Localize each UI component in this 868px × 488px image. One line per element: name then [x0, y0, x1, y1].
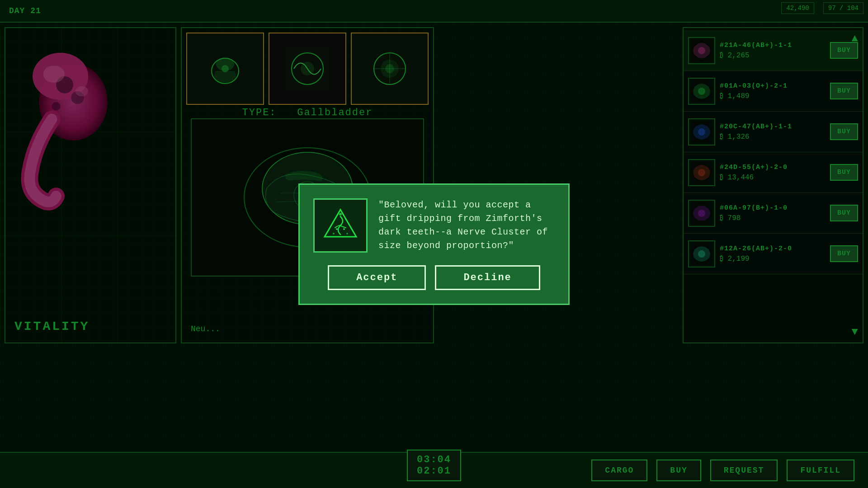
- svg-point-51: [343, 228, 345, 230]
- dialog-text: "Beloved, will you accept a gift drippin…: [378, 198, 555, 253]
- game-screen: DAY 21 42,490 97 / 104: [0, 0, 868, 488]
- dialog-icon: [313, 198, 368, 253]
- decline-button[interactable]: Decline: [435, 265, 540, 290]
- svg-point-47: [339, 213, 342, 216]
- svg-point-50: [336, 228, 338, 230]
- dialog-overlay: "Beloved, will you accept a gift drippin…: [0, 0, 868, 488]
- accept-button[interactable]: Accept: [328, 265, 426, 290]
- dialog-box: "Beloved, will you accept a gift drippin…: [298, 183, 570, 305]
- svg-point-48: [333, 233, 335, 235]
- dialog-buttons: Accept Decline: [313, 265, 555, 290]
- svg-point-49: [346, 233, 348, 235]
- dialog-content: "Beloved, will you accept a gift drippin…: [313, 198, 555, 253]
